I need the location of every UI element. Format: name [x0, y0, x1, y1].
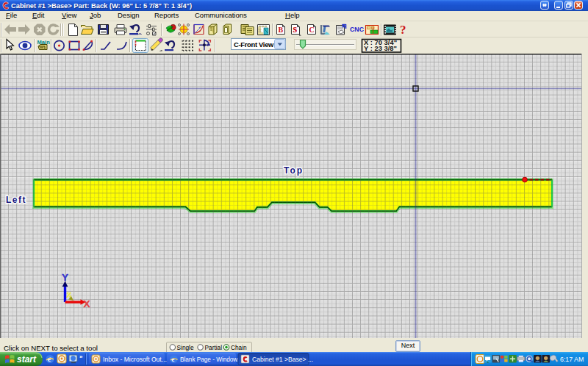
svg-text:Y: Y — [62, 272, 68, 283]
svg-text:e: e — [172, 356, 175, 363]
svg-text:Blank Page - Window...: Blank Page - Window... — [180, 356, 243, 363]
svg-text:start: start — [17, 354, 37, 365]
svg-text:Single: Single — [177, 343, 194, 351]
svg-text:Top: Top — [284, 165, 304, 176]
svg-text:e: e — [48, 356, 51, 363]
svg-text:Cabinet #1 >Base> ...: Cabinet #1 >Base> ... — [252, 356, 313, 363]
svg-text:S: S — [293, 26, 298, 34]
svg-text:CNC: CNC — [350, 26, 365, 33]
svg-text:C-Front View: C-Front View — [234, 40, 274, 49]
svg-text:B: B — [279, 26, 284, 34]
svg-text:Chain: Chain — [231, 343, 247, 351]
svg-text:X: X — [84, 298, 90, 309]
svg-text:»: » — [79, 354, 83, 360]
svg-text:Partial: Partial — [205, 343, 223, 351]
svg-text:Left: Left — [6, 195, 26, 205]
svg-text:Y : 23 3/8": Y : 23 3/8" — [364, 44, 397, 52]
svg-text:C: C — [309, 26, 315, 34]
svg-text:6:17 AM: 6:17 AM — [560, 356, 584, 363]
svg-text:Inbox - Microsoft Out...: Inbox - Microsoft Out... — [103, 356, 167, 363]
svg-text:?: ? — [400, 23, 406, 37]
